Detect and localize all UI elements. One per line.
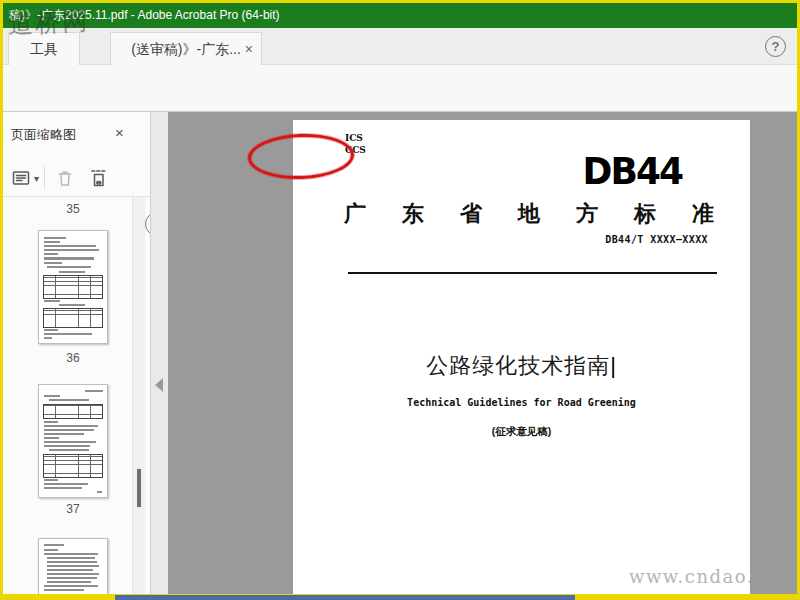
panel-scrollbar[interactable] [132,197,145,594]
doc-title-text: 公路绿化技术指南 [426,353,610,378]
horizontal-rule [348,272,717,274]
thumb-label-37: 37 [23,502,123,516]
thumbnail-page-36[interactable] [38,230,108,344]
ccs-label: CCS [345,144,366,156]
panel-scrollbar-thumb[interactable] [137,469,141,507]
bottom-blue-bar [115,595,575,600]
doc-title: 公路绿化技术指南| [293,351,750,381]
tab-close-icon[interactable]: × [245,33,253,65]
thumb-label-36: 36 [23,351,123,365]
panel-close-icon[interactable]: × [115,124,124,141]
panel-splitter[interactable] [151,112,168,594]
divider [44,165,45,189]
panel-toolbar: ▾ [3,160,150,196]
options-menu-icon[interactable] [9,166,33,190]
tab-bar: 工具 (送审稿)》-广东... × [3,28,797,65]
acrobat-window: 稿)》-广东2025.11.pdf - Adobe Acrobat Pro (6… [0,0,800,600]
document-area: ICS CCS DB44 广东省地方标准 DB44/T XXXX—XXXX 公路… [168,112,797,594]
pdf-page[interactable]: ICS CCS DB44 广东省地方标准 DB44/T XXXX—XXXX 公路… [293,120,750,594]
site-watermark-bottom: www.cndao. [629,566,750,587]
thumbnail-panel: 页面缩略图 × ▾ 35 [3,112,151,594]
doc-subtitle-en: Technical Guidelines for Road Greening [293,397,750,408]
thumbnail-page-37[interactable] [38,384,108,498]
main-toolbar: 1 / 96 50% ▾ ▾ ••• [3,65,797,112]
draft-note: (征求意见稿) [293,425,750,439]
trash-icon [53,166,77,190]
collapse-panel-icon[interactable] [155,378,163,392]
divider [3,196,150,197]
doc-code: DB44/T XXXX—XXXX [605,234,708,245]
tab-tools-label: 工具 [30,41,58,57]
thumb-label-35: 35 [23,202,123,216]
text-cursor: | [610,353,617,378]
help-icon[interactable]: ? [765,36,786,57]
tab-document-label: (送审稿)》-广东... [131,33,241,65]
chevron-down-icon[interactable]: ▾ [34,173,39,184]
standard-name: 广东省地方标准 [344,199,750,229]
window-titlebar: 稿)》-广东2025.11.pdf - Adobe Acrobat Pro (6… [3,3,797,28]
db44-logo: DB44 [583,149,682,192]
window-title: 稿)》-广东2025.11.pdf - Adobe Acrobat Pro (6… [9,8,280,22]
tab-document[interactable]: (送审稿)》-广东... × [110,32,262,65]
ics-label: ICS [345,132,366,144]
thumbnail-page-38[interactable] [38,538,108,594]
panel-title: 页面缩略图 [11,126,76,144]
tab-tools[interactable]: 工具 [8,32,80,65]
crop-pages-icon[interactable] [87,166,111,190]
